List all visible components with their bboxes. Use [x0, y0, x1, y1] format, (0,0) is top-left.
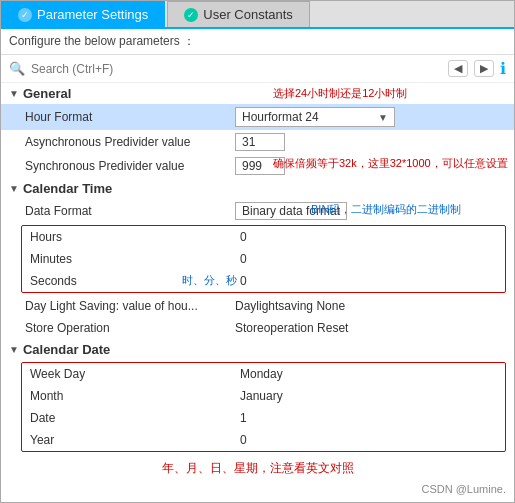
month-label: Month	[30, 389, 240, 403]
chevron-caltime-icon: ▼	[9, 183, 19, 194]
csdn-label: CSDN @Lumine.	[421, 483, 506, 495]
weekday-value: Monday	[240, 367, 497, 381]
param-row-seconds: Seconds 0 时、分、秒	[22, 270, 505, 292]
footer-annotation: 年、月、日、星期，注意看英文对照	[162, 461, 354, 475]
year-value: 0	[240, 433, 497, 447]
info-icon[interactable]: ℹ	[500, 59, 506, 78]
tab-parameter-settings[interactable]: Parameter Settings	[1, 1, 165, 27]
dropdown-arrow-icon: ▼	[378, 112, 388, 123]
search-icon: 🔍	[9, 61, 25, 76]
annotation-binary: BIN码，二进制编码的二进制制	[311, 202, 461, 217]
hour-format-label: Hour Format	[25, 110, 235, 124]
hours-value: 0	[240, 230, 497, 244]
nav-prev-button[interactable]: ◀	[448, 60, 468, 77]
hours-label: Hours	[30, 230, 240, 244]
configure-text: Configure the below parameters ：	[9, 34, 195, 48]
async-label: Asynchronous Predivider value	[25, 135, 235, 149]
section-general[interactable]: ▼ General	[1, 83, 514, 104]
param-row-sync: Synchronous Predivider value 999 确保倍频等于3…	[1, 154, 514, 178]
tab-user-constants[interactable]: User Constants	[167, 1, 310, 27]
section-caldate-label: Calendar Date	[23, 342, 110, 357]
annotation-predivider: 确保倍频等于32k，这里32*1000，可以任意设置	[273, 156, 508, 171]
general-rows: Hour Format Hourformat 24 ▼ 选择24小时制还是12小…	[1, 104, 514, 178]
csdn-area: CSDN @Lumine.	[1, 479, 514, 502]
param-row-date: Date 1	[22, 407, 505, 429]
month-value: January	[240, 389, 497, 403]
search-bar: 🔍 ◀ ▶ ℹ	[1, 55, 514, 83]
search-input[interactable]	[31, 62, 442, 76]
red-group-date: Week Day Monday Month January Date 1 Yea…	[21, 362, 506, 452]
async-value: 31	[235, 133, 285, 151]
section-general-label: General	[23, 86, 71, 101]
main-content: ▼ General Hour Format Hourformat 24 ▼ 选择…	[1, 83, 514, 502]
dls-label: Day Light Saving: value of hou...	[25, 299, 235, 313]
param-row-month: Month January	[22, 385, 505, 407]
toolbar: Configure the below parameters ：	[1, 29, 514, 55]
hour-format-value: Hourformat 24	[242, 110, 319, 124]
year-label: Year	[30, 433, 240, 447]
sync-label: Synchronous Predivider value	[25, 159, 235, 173]
tab-parameter-label: Parameter Settings	[37, 7, 148, 22]
section-calendar-date[interactable]: ▼ Calendar Date	[1, 339, 514, 360]
section-caltime-label: Calendar Time	[23, 181, 112, 196]
param-row-async: Asynchronous Predivider value 31	[1, 130, 514, 154]
tab-check-icon	[18, 8, 32, 22]
chevron-general-icon: ▼	[9, 88, 19, 99]
param-row-hours: Hours 0	[22, 226, 505, 248]
store-op-value: Storeoperation Reset	[235, 321, 506, 335]
minutes-value: 0	[240, 252, 497, 266]
param-row-dls: Day Light Saving: value of hou... Daylig…	[1, 295, 514, 317]
annotation-hour-format: 选择24小时制还是12小时制	[273, 86, 407, 101]
param-row-data-format: Data Format Binary data format BIN码，二进制编…	[1, 199, 514, 223]
param-row-hour-format: Hour Format Hourformat 24 ▼ 选择24小时制还是12小…	[1, 104, 514, 130]
dls-value: Daylightsaving None	[235, 299, 506, 313]
date-label: Date	[30, 411, 240, 425]
main-window: Parameter Settings User Constants Config…	[0, 0, 515, 503]
store-op-label: Store Operation	[25, 321, 235, 335]
tab-check-icon-2	[184, 8, 198, 22]
param-row-year: Year 0	[22, 429, 505, 451]
param-row-minutes: Minutes 0	[22, 248, 505, 270]
tab-bar: Parameter Settings User Constants	[1, 1, 514, 29]
red-group-time: Hours 0 Minutes 0 Seconds 0 时、分、秒	[21, 225, 506, 293]
section-calendar-time[interactable]: ▼ Calendar Time	[1, 178, 514, 199]
tab-user-label: User Constants	[203, 7, 293, 22]
data-format-label: Data Format	[25, 204, 235, 218]
weekday-label: Week Day	[30, 367, 240, 381]
param-row-store-op: Store Operation Storeoperation Reset	[1, 317, 514, 339]
date-value: 1	[240, 411, 497, 425]
footer-annotation-area: 年、月、日、星期，注意看英文对照	[1, 454, 514, 479]
minutes-label: Minutes	[30, 252, 240, 266]
param-row-weekday: Week Day Monday	[22, 363, 505, 385]
chevron-caldate-icon: ▼	[9, 344, 19, 355]
nav-next-button[interactable]: ▶	[474, 60, 494, 77]
annotation-time-units: 时、分、秒	[182, 273, 237, 288]
seconds-value: 0	[240, 274, 497, 288]
hour-format-dropdown[interactable]: Hourformat 24 ▼	[235, 107, 395, 127]
